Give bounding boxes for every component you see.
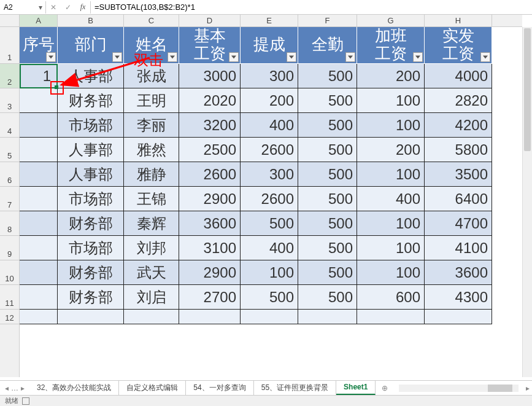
confirm-button[interactable]: ✓: [61, 3, 75, 12]
table-cell[interactable]: 500: [298, 88, 357, 113]
tab-last-icon[interactable]: ▸: [21, 384, 25, 392]
horizontal-scroll-thumb[interactable]: [488, 385, 512, 392]
table-cell[interactable]: [58, 310, 124, 324]
horizontal-scrollbar[interactable]: [399, 385, 519, 392]
table-cell[interactable]: 市场部: [58, 187, 124, 211]
sheet-tab[interactable]: 54、一对多查询: [186, 381, 253, 395]
table-cell[interactable]: 100: [357, 211, 425, 236]
column-header-H[interactable]: H: [425, 15, 492, 26]
table-cell[interactable]: 市场部: [58, 236, 124, 260]
add-sheet-button[interactable]: ⊕: [376, 384, 394, 392]
table-cell[interactable]: 雅静: [124, 162, 179, 187]
row-header-6[interactable]: 6: [0, 162, 19, 187]
table-cell[interactable]: 100: [357, 162, 425, 187]
column-header-D[interactable]: D: [179, 15, 241, 26]
sheet-tab[interactable]: 55、证件照更换背景: [254, 381, 336, 395]
table-cell[interactable]: 500: [298, 162, 357, 187]
table-cell[interactable]: 400: [357, 187, 425, 211]
name-box[interactable]: [0, 2, 36, 13]
table-cell[interactable]: 王明: [124, 88, 179, 113]
table-cell[interactable]: 张成: [124, 64, 179, 88]
table-cell[interactable]: 4300: [425, 285, 492, 310]
table-cell[interactable]: 1: [20, 64, 58, 88]
table-cell[interactable]: 300: [241, 64, 298, 88]
fx-button[interactable]: fx: [75, 2, 90, 12]
table-cell[interactable]: 财务部: [58, 211, 124, 236]
table-cell[interactable]: 3100: [179, 236, 241, 260]
table-cell[interactable]: 100: [357, 260, 425, 285]
table-cell[interactable]: 2900: [179, 260, 241, 285]
filter-dropdown-icon[interactable]: [345, 52, 355, 62]
table-cell[interactable]: 3200: [179, 113, 241, 138]
table-cell[interactable]: 400: [241, 113, 298, 138]
table-cell[interactable]: [20, 285, 58, 310]
table-cell[interactable]: 人事部: [58, 64, 124, 88]
table-cell[interactable]: [179, 310, 241, 324]
table-cell[interactable]: [20, 211, 58, 236]
table-cell[interactable]: 2020: [179, 88, 241, 113]
cell-grid[interactable]: 序号部门姓名基本工资提成全勤加班工资实发工资1人事部张成300030050020…: [20, 27, 522, 377]
column-header-E[interactable]: E: [241, 15, 298, 26]
table-cell[interactable]: 人事部: [58, 138, 124, 162]
table-cell[interactable]: 李丽: [124, 113, 179, 138]
row-header-1[interactable]: 1: [0, 27, 19, 64]
table-cell[interactable]: [20, 162, 58, 187]
table-cell[interactable]: 100: [357, 236, 425, 260]
table-cell[interactable]: 500: [241, 285, 298, 310]
tab-ellipsis[interactable]: …: [11, 384, 18, 392]
table-cell[interactable]: 100: [241, 260, 298, 285]
table-cell[interactable]: 200: [357, 138, 425, 162]
table-cell[interactable]: 300: [241, 162, 298, 187]
table-cell[interactable]: [20, 138, 58, 162]
table-cell[interactable]: 武天: [124, 260, 179, 285]
row-header-7[interactable]: 7: [0, 187, 19, 211]
table-cell[interactable]: [20, 88, 58, 113]
row-header-2[interactable]: 2: [0, 64, 19, 88]
row-header-8[interactable]: 8: [0, 211, 19, 236]
column-header-G[interactable]: G: [357, 15, 425, 26]
table-cell[interactable]: 4200: [425, 113, 492, 138]
table-cell[interactable]: 财务部: [58, 88, 124, 113]
name-box-dropdown[interactable]: ▾: [36, 3, 45, 12]
header-cell[interactable]: 基本工资: [179, 27, 241, 64]
table-cell[interactable]: 3600: [425, 260, 492, 285]
table-cell[interactable]: 4000: [425, 64, 492, 88]
row-header-3[interactable]: 3: [0, 88, 19, 113]
sheet-tab[interactable]: Sheet1: [336, 381, 376, 395]
table-cell[interactable]: 2700: [179, 285, 241, 310]
table-cell[interactable]: 秦辉: [124, 211, 179, 236]
column-header-A[interactable]: A: [20, 15, 58, 26]
header-cell[interactable]: 加班工资: [357, 27, 425, 64]
table-cell[interactable]: 3000: [179, 64, 241, 88]
table-cell[interactable]: 200: [357, 64, 425, 88]
row-header-4[interactable]: 4: [0, 113, 19, 138]
table-cell[interactable]: 500: [298, 113, 357, 138]
header-cell[interactable]: 姓名: [124, 27, 179, 64]
table-cell[interactable]: 市场部: [58, 113, 124, 138]
macro-record-icon[interactable]: [22, 397, 29, 405]
header-cell[interactable]: 实发工资: [425, 27, 492, 64]
table-cell[interactable]: [20, 236, 58, 260]
table-cell[interactable]: 财务部: [58, 260, 124, 285]
formula-input[interactable]: [91, 1, 532, 13]
row-header-11[interactable]: 11: [0, 285, 19, 310]
table-cell[interactable]: [357, 310, 425, 324]
table-cell[interactable]: 王锦: [124, 187, 179, 211]
filter-dropdown-icon[interactable]: [413, 52, 423, 62]
table-cell[interactable]: 4100: [425, 236, 492, 260]
table-cell[interactable]: 雅然: [124, 138, 179, 162]
filter-dropdown-icon[interactable]: [480, 52, 490, 62]
header-cell[interactable]: 序号: [20, 27, 58, 64]
table-cell[interactable]: 6400: [425, 187, 492, 211]
table-cell[interactable]: [20, 187, 58, 211]
table-cell[interactable]: [20, 260, 58, 285]
table-cell[interactable]: 3500: [425, 162, 492, 187]
row-header-9[interactable]: 9: [0, 236, 19, 260]
table-cell[interactable]: 2900: [179, 187, 241, 211]
table-cell[interactable]: [241, 310, 298, 324]
vertical-scrollbar[interactable]: [522, 27, 532, 377]
table-cell[interactable]: 财务部: [58, 285, 124, 310]
filter-dropdown-icon[interactable]: [287, 52, 296, 62]
sheet-tab[interactable]: 自定义格式编辑: [119, 381, 186, 395]
tab-right-icon[interactable]: ▸: [523, 384, 532, 392]
